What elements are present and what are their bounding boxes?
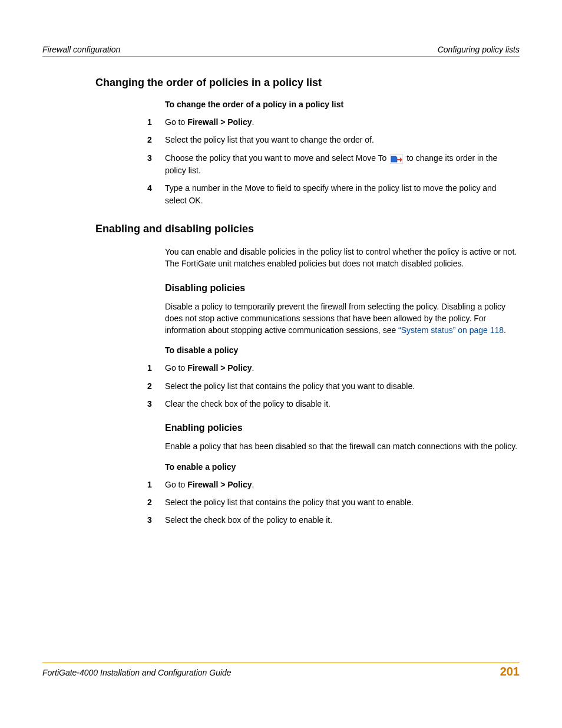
step-number: 3 [147, 152, 165, 177]
step-row: 1 Go to Firewall > Policy. [147, 479, 520, 490]
step-number: 2 [147, 134, 165, 146]
step-text: Go to Firewall > Policy. [165, 479, 520, 490]
subhead-to-enable: To enable a policy [165, 462, 520, 472]
page-footer: FortiGate-4000 Installation and Configur… [42, 665, 520, 678]
header-left: Firewall configuration [42, 45, 120, 54]
page-content: Changing the order of policies in a poli… [42, 77, 520, 526]
step-text: Choose the policy that you want to move … [165, 152, 520, 177]
step-row: 2 Select the policy list that contains t… [147, 380, 520, 392]
step-text: Type a number in the Move to field to sp… [165, 182, 520, 206]
link-system-status[interactable]: “System status” on page 118 [398, 325, 504, 335]
step-number: 3 [147, 398, 165, 410]
step-text: Go to Firewall > Policy. [165, 116, 520, 128]
step-number: 3 [147, 514, 165, 526]
subhead-to-disable: To disable a policy [165, 345, 520, 355]
step-text: Select the policy list that contains the… [165, 380, 520, 392]
page-number: 201 [500, 665, 520, 678]
step-number: 1 [147, 362, 165, 374]
step-text: Select the check box of the policy to en… [165, 514, 520, 526]
step-number: 4 [147, 182, 165, 206]
step-row: 3 Select the check box of the policy to … [147, 514, 520, 526]
header-rule [42, 56, 520, 57]
page-header: Firewall configuration Configuring polic… [42, 45, 520, 54]
heading-enabling: Enabling policies [165, 423, 520, 433]
step-number: 1 [147, 116, 165, 128]
step-row: 4 Type a number in the Move to field to … [147, 182, 520, 206]
step-row: 3 Clear the check box of the policy to d… [147, 398, 520, 410]
step-text: Select the policy list that contains the… [165, 496, 520, 508]
step-number: 2 [147, 496, 165, 508]
paragraph: Disable a policy to temporarily prevent … [165, 301, 520, 337]
footer-title: FortiGate-4000 Installation and Configur… [42, 668, 232, 677]
heading-enable-disable: Enabling and disabling policies [95, 223, 520, 235]
step-text: Go to Firewall > Policy. [165, 362, 520, 374]
subhead-to-change-order: To change the order of a policy in a pol… [165, 100, 520, 109]
nav-path: Firewall > Policy [187, 117, 252, 127]
step-row: 2 Select the policy list that contains t… [147, 496, 520, 508]
step-text: Clear the check box of the policy to dis… [165, 398, 520, 410]
header-right: Configuring policy lists [438, 45, 520, 54]
step-row: 1 Go to Firewall > Policy. [147, 362, 520, 374]
nav-path: Firewall > Policy [187, 480, 252, 489]
step-number: 1 [147, 479, 165, 490]
step-row: 1 Go to Firewall > Policy. [147, 116, 520, 128]
paragraph: Enable a policy that has been disabled s… [165, 440, 520, 452]
step-text: Select the policy list that you want to … [165, 134, 520, 146]
paragraph: You can enable and disable policies in t… [165, 246, 520, 270]
heading-disabling: Disabling policies [165, 283, 520, 294]
step-row: 2 Select the policy list that you want t… [147, 134, 520, 146]
heading-changing-order: Changing the order of policies in a poli… [95, 77, 520, 89]
nav-path: Firewall > Policy [187, 363, 252, 373]
footer-rule [42, 663, 520, 663]
step-number: 2 [147, 380, 165, 392]
step-row: 3 Choose the policy that you want to mov… [147, 152, 520, 177]
move-to-icon [390, 153, 403, 164]
